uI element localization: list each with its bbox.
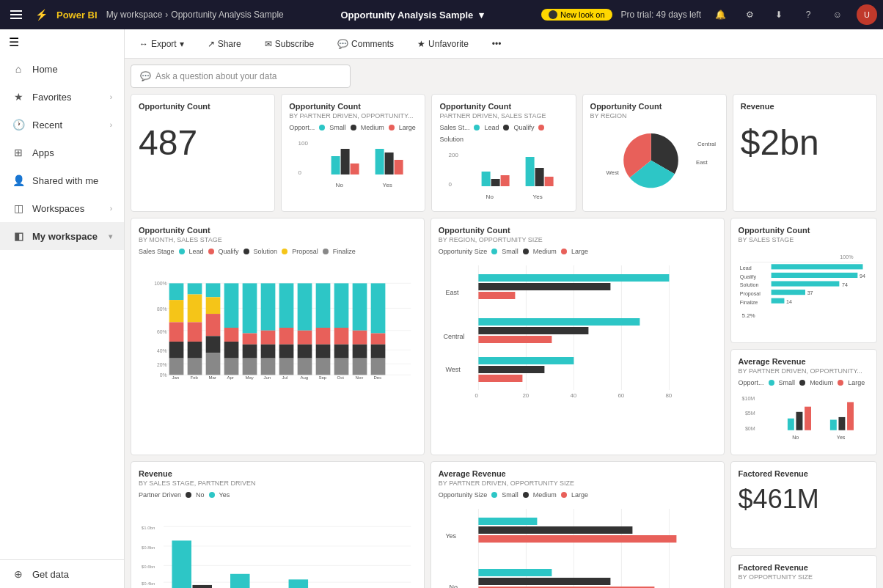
svg-rect-167 [289, 579, 309, 588]
factored-size-title: Factored Revenue [739, 563, 869, 572]
svg-rect-51 [206, 336, 221, 353]
svg-rect-10 [395, 160, 403, 174]
svg-text:Yes: Yes [533, 194, 543, 200]
card-opp-by-stage: Opportunity Count PARTNER DRIVEN, SALES … [431, 94, 576, 212]
svg-rect-7 [351, 163, 359, 174]
svg-text:Yes: Yes [383, 182, 392, 188]
small-dot [769, 380, 774, 386]
svg-text:East: East [445, 289, 459, 296]
svg-rect-6 [341, 149, 350, 174]
svg-rect-17 [501, 175, 510, 186]
svg-rect-117 [478, 327, 588, 334]
svg-text:$0.4bn: $0.4bn [142, 581, 155, 586]
sidebar-bottom: ⊕ Get data [0, 559, 124, 588]
center-title: Opportunity Analysis Sample [340, 10, 473, 21]
svg-rect-44 [188, 295, 202, 323]
opp-partner-title: Opportunity Count [289, 102, 417, 111]
svg-rect-59 [243, 345, 257, 359]
subscribe-button[interactable]: ✉ Subscribe [259, 36, 320, 52]
svg-text:No: No [449, 584, 458, 588]
comments-button[interactable]: 💬 Comments [331, 36, 400, 52]
stage-chart: 200 0 No Yes [439, 146, 568, 201]
opp-region-size-subtitle: BY REGION, OPPORTUNITY SIZE [439, 236, 717, 243]
get-data-button[interactable]: ⊕ Get data [0, 560, 124, 588]
svg-rect-15 [482, 172, 491, 186]
rev-stage-subtitle: BY SALES STAGE, PARTNER DRIVEN [139, 479, 417, 487]
avg-rev-legend: Opport... Small Medium Large [739, 379, 869, 386]
unfavorite-label: Unfavorite [428, 39, 469, 49]
svg-rect-61 [261, 283, 276, 330]
sidebar-item-myworkspace[interactable]: ◧ My workspace ▾ [0, 222, 124, 250]
export-button[interactable]: ↔ Export ▾ [133, 36, 190, 52]
svg-rect-146 [829, 420, 836, 430]
svg-text:Apr: Apr [227, 375, 233, 380]
share-icon: 👤 [12, 174, 25, 187]
svg-rect-86 [371, 334, 386, 345]
emoji-icon[interactable]: ☺ [827, 4, 848, 25]
svg-text:5.2%: 5.2% [741, 312, 755, 319]
unfavorite-button[interactable]: ★ Unfavorite [411, 36, 475, 52]
legend-medium-dot [351, 125, 356, 131]
svg-rect-40 [169, 322, 184, 342]
sidebar-item-apps[interactable]: ⊞ Apps [0, 139, 124, 166]
svg-text:40: 40 [570, 392, 576, 399]
powerbi-logo: ⚡ [35, 9, 48, 21]
download-icon[interactable]: ⬇ [769, 4, 789, 25]
export-label: Export [151, 39, 177, 49]
sidebar-item-recent[interactable]: 🕐 Recent › [0, 111, 124, 139]
svg-text:100: 100 [298, 140, 309, 147]
svg-rect-77 [334, 283, 349, 328]
svg-rect-137 [771, 298, 784, 304]
svg-text:74: 74 [842, 282, 848, 288]
help-icon[interactable]: ? [798, 4, 818, 25]
svg-text:94: 94 [860, 273, 865, 279]
workspace-breadcrumb[interactable]: My workspace [106, 10, 163, 20]
card-revenue-stage: Revenue BY SALES STAGE, PARTNER DRIVEN P… [131, 461, 425, 588]
sidebar-toggle[interactable]: ☰ [0, 29, 124, 55]
revenue-value: $2bn [741, 122, 869, 163]
workspaces-icon: ◫ [12, 202, 25, 215]
sidebar-item-favorites[interactable]: ★ Favorites › [0, 83, 124, 111]
sidebar-item-shared[interactable]: 👤 Shared with me [0, 166, 124, 194]
solution-dot [243, 249, 249, 254]
svg-rect-65 [279, 283, 294, 328]
rev-stage-legend: Partner Driven No Yes [139, 491, 417, 499]
report-breadcrumb: Opportunity Analysis Sample [171, 10, 283, 20]
qa-bar[interactable]: 💬 Ask a question about your data [131, 65, 351, 88]
svg-rect-83 [353, 345, 367, 359]
notifications-icon[interactable]: 🔔 [710, 4, 730, 25]
avg-rev-subtitle: BY PARTNER DRIVEN, OPPORTUNITY... [739, 367, 869, 375]
hamburger-menu[interactable] [6, 4, 26, 25]
rev-stage-chart: $1.0bn $0.8bn $0.6bn $0.4bn $0.2bn $0.0b… [139, 501, 417, 588]
svg-rect-116 [478, 318, 640, 326]
more-button[interactable]: ••• [486, 36, 508, 52]
svg-rect-165 [230, 574, 250, 588]
opp-month-title: Opportunity Count [139, 226, 417, 235]
settings-icon[interactable]: ⚙ [739, 4, 760, 25]
sidebar-label-recent: Recent [32, 120, 62, 131]
svg-text:Solution: Solution [739, 282, 758, 288]
opp-count-title: Opportunity Count [139, 102, 267, 111]
new-look-toggle[interactable]: New look on [541, 9, 612, 21]
svg-rect-80 [334, 359, 349, 375]
svg-rect-85 [371, 283, 386, 333]
action-bar: ↔ Export ▾ ↗ Share ✉ Subscribe 💬 Comment… [125, 29, 883, 59]
user-avatar[interactable]: U [857, 4, 877, 25]
clock-icon: 🕐 [12, 118, 25, 131]
svg-text:Nov: Nov [355, 375, 363, 380]
medium-dot [799, 380, 805, 386]
svg-rect-163 [172, 540, 191, 588]
avg-rev-partner-subtitle: BY PARTNER DRIVEN, OPPORTUNITY SIZE [439, 479, 717, 487]
legend-large-dot [389, 125, 395, 131]
svg-rect-43 [188, 283, 202, 294]
dropdown-icon[interactable]: ▾ [479, 10, 484, 21]
qa-icon: 💬 [140, 71, 151, 81]
opp-partner-subtitle: BY PARTNER DRIVEN, OPPORTUNITY... [289, 112, 417, 120]
sidebar-item-workspaces[interactable]: ◫ Workspaces › [0, 194, 124, 222]
share-button[interactable]: ↗ Share [202, 36, 247, 52]
svg-text:Mar: Mar [208, 375, 216, 380]
sidebar-item-home[interactable]: ⌂ Home [0, 55, 124, 83]
svg-text:Qualify: Qualify [739, 274, 756, 280]
svg-rect-147 [838, 417, 845, 430]
svg-rect-18 [526, 157, 535, 186]
